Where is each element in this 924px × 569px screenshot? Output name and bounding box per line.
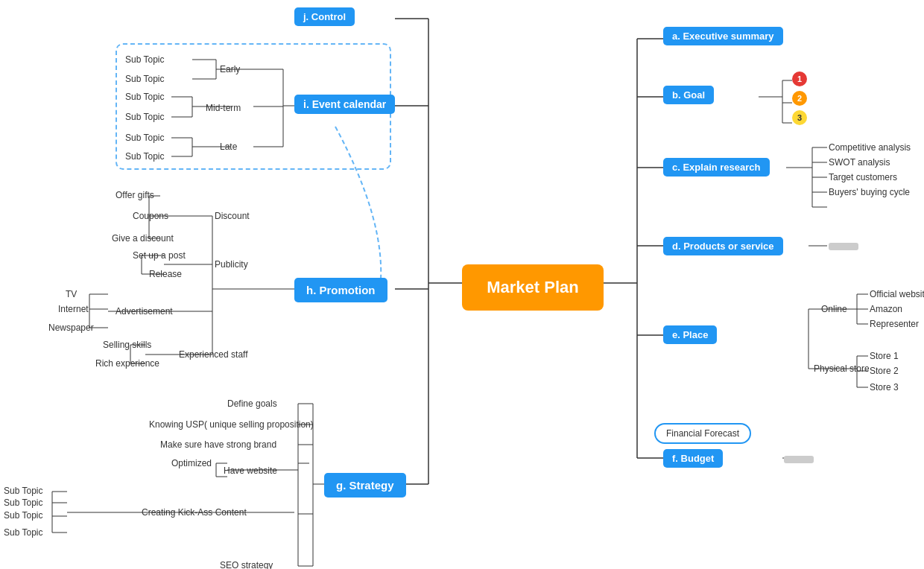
financial-forecast-label: Financial Forecast — [666, 428, 739, 439]
badge-1: 1 — [792, 71, 807, 86]
node-d[interactable]: d. Products or service — [663, 237, 783, 255]
i-early-label: Early — [220, 64, 240, 74]
i-subtopic-1: Sub Topic — [125, 54, 164, 65]
i-subtopic-5: Sub Topic — [125, 133, 164, 143]
g-define-goals: Define goals — [227, 398, 277, 409]
h-release: Release — [149, 269, 182, 279]
node-b-label: b. Goal — [672, 89, 705, 101]
node-b[interactable]: b. Goal — [663, 86, 714, 104]
node-e-label: e. Place — [672, 329, 708, 340]
g-strong-brand: Make sure have strong brand — [160, 439, 276, 450]
g-optimized: Optimized — [171, 458, 212, 468]
node-f-label: f. Budget — [672, 453, 714, 464]
node-a[interactable]: a. Executive summary — [663, 27, 783, 45]
h-publicity-label: Publicity — [215, 259, 248, 270]
node-j-label: j. Control — [303, 11, 346, 22]
h-experienced-staff-label: Experienced staff — [179, 349, 248, 360]
node-j[interactable]: j. Control — [294, 7, 355, 26]
i-subtopic-2: Sub Topic — [125, 74, 164, 84]
h-internet: Internet — [58, 304, 89, 314]
node-d-label: d. Products or service — [672, 241, 774, 252]
i-subtopic-6: Sub Topic — [125, 151, 164, 162]
e-physical-label: Physical store — [814, 363, 870, 374]
g-subtopic-3: Sub Topic — [4, 510, 42, 521]
node-h[interactable]: h. Promotion — [294, 278, 387, 302]
h-offer-gifts: Offer gifts — [116, 190, 154, 200]
h-coupons: Coupons — [133, 211, 168, 221]
goal-badges: 1 2 3 — [792, 71, 807, 125]
c-sub-3: Target customers — [829, 172, 897, 182]
e-physical-3: Store 3 — [870, 382, 899, 392]
node-a-label: a. Executive summary — [672, 31, 774, 42]
e-online-2: Amazon — [870, 304, 902, 314]
center-label: Market Plan — [487, 278, 579, 296]
c-sub-2: SWOT analysis — [829, 157, 890, 168]
h-tv: TV — [66, 289, 77, 299]
badge-2: 2 — [792, 91, 807, 106]
g-creating-content: Creating Kick-Ass Content — [142, 507, 247, 518]
d-gray-bar — [829, 241, 858, 252]
c-sub-1: Competitive analysis — [829, 142, 911, 153]
e-online-3: Representer — [870, 319, 919, 329]
g-knowing-usp: Knowing USP( unique selling proposition) — [149, 419, 314, 430]
e-physical-1: Store 1 — [870, 351, 899, 361]
i-midterm-label: Mid-term — [206, 103, 241, 113]
node-i-label: i. Event calendar — [303, 98, 386, 110]
financial-forecast: Financial Forecast — [654, 423, 751, 444]
e-physical-2: Store 2 — [870, 366, 899, 376]
badge-3: 3 — [792, 110, 807, 125]
i-late-label: Late — [220, 142, 237, 152]
node-i[interactable]: i. Event calendar — [294, 95, 395, 114]
node-c[interactable]: c. Explain research — [663, 158, 770, 177]
node-g-label: g. Strategy — [336, 479, 394, 492]
f-gray-bar — [784, 454, 814, 465]
node-c-label: c. Explain research — [672, 162, 761, 173]
h-newspaper: Newspaper — [48, 322, 94, 333]
h-give-discount: Give a discount — [112, 233, 174, 244]
node-e[interactable]: e. Place — [663, 325, 717, 344]
h-discount-label: Discount — [215, 211, 250, 221]
h-selling-skills: Selling skills — [103, 340, 151, 350]
mind-map-canvas: Market Plan a. Executive summary b. Goal… — [0, 0, 924, 569]
node-f[interactable]: f. Budget — [663, 449, 723, 468]
g-have-website: Have website — [224, 465, 277, 476]
h-setup-post: Set up a post — [133, 250, 186, 261]
i-subtopic-3: Sub Topic — [125, 92, 164, 102]
i-subtopic-4: Sub Topic — [125, 112, 164, 122]
g-subtopic-4: Sub Topic — [4, 527, 42, 538]
node-h-label: h. Promotion — [306, 284, 376, 296]
node-g[interactable]: g. Strategy — [324, 473, 406, 498]
g-seo-strategy: SEO strategy — [220, 560, 273, 569]
e-online-1: Official website — [870, 289, 924, 299]
c-sub-4: Buyers' buying cycle — [829, 187, 910, 197]
g-subtopic-2: Sub Topic — [4, 498, 42, 508]
g-subtopic-1: Sub Topic — [4, 486, 42, 496]
h-rich-experience: Rich experience — [95, 358, 159, 369]
e-online-label: Online — [821, 304, 847, 314]
h-advertisement-label: Advertisement — [116, 306, 173, 317]
center-node: Market Plan — [462, 264, 604, 311]
